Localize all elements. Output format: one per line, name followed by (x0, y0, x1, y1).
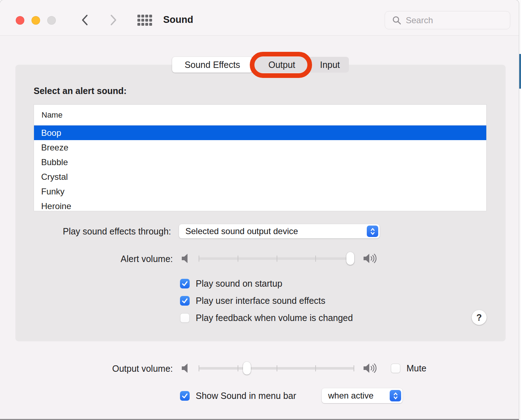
slider-tick (199, 365, 199, 371)
volume-low-icon (181, 363, 193, 374)
checkbox-row-volume-feedback: Play feedback when volume is changed (180, 313, 353, 323)
table-row-funky[interactable]: Funky (34, 184, 486, 199)
search-placeholder: Search (406, 15, 433, 25)
output-volume-slider[interactable] (199, 367, 354, 370)
tab-bar: Sound Effects Output Input (172, 57, 349, 73)
alert-sound-heading: Select an alert sound: (34, 86, 127, 96)
search-field[interactable]: Search (385, 11, 510, 29)
tab-sound-effects[interactable]: Sound Effects (172, 57, 253, 73)
slider-tick (277, 256, 277, 262)
output-volume-label: Output volume: (112, 364, 173, 374)
table-row-boop[interactable]: Boop (34, 125, 486, 140)
slider-tick (354, 365, 354, 371)
checkmark-icon (181, 297, 189, 305)
search-icon (392, 16, 401, 25)
checkmark-icon (181, 392, 189, 400)
screen: Sound Search Sound Effects Output Input … (0, 0, 521, 420)
window-title: Sound (163, 14, 193, 25)
help-button[interactable]: ? (472, 310, 487, 325)
table-row-bubble[interactable]: Bubble (34, 155, 486, 169)
volume-low-icon (181, 253, 193, 264)
stepper-icon (390, 390, 401, 401)
close-button[interactable] (16, 16, 24, 25)
play-through-value: Selected sound output device (185, 226, 298, 236)
forward-button (109, 14, 118, 26)
background-window-edge (519, 54, 521, 89)
titlebar: Sound Search (0, 0, 519, 36)
play-sound-on-startup-checkbox[interactable] (180, 279, 190, 288)
minimize-button[interactable] (31, 16, 40, 25)
alert-volume-label: Alert volume: (121, 254, 173, 264)
volume-high-icon (362, 253, 379, 264)
slider-tick (238, 365, 238, 371)
chevron-left-icon (81, 14, 89, 26)
slider-tick (315, 256, 316, 262)
slider-tick (315, 365, 316, 371)
back-button[interactable] (80, 14, 89, 26)
table-row-crystal[interactable]: Crystal (34, 169, 486, 184)
mute-row: Mute (391, 363, 427, 374)
tab-input[interactable]: Input (311, 57, 349, 73)
stepper-icon (367, 226, 378, 237)
checkmark-icon (181, 280, 189, 287)
chevron-right-icon (109, 14, 117, 26)
tab-output[interactable]: Output (253, 57, 311, 73)
checkbox-row-startup: Play sound on startup (180, 278, 282, 289)
column-header-name[interactable]: Name (34, 105, 486, 125)
show-sound-menu-bar-checkbox[interactable] (180, 391, 190, 401)
grid-icon (137, 15, 152, 26)
slider-tick (199, 256, 199, 262)
alert-volume-slider[interactable] (199, 257, 354, 260)
table-row-heroine[interactable]: Heroine (34, 199, 486, 211)
checkbox-row-ui-sounds: Play user interface sound effects (180, 296, 325, 306)
show-sound-menu-bar-label: Show Sound in menu bar (196, 391, 296, 401)
play-through-label: Play sound effects through: (63, 226, 171, 237)
show-all-preferences-button[interactable] (137, 15, 152, 26)
output-volume-thumb[interactable] (243, 362, 251, 375)
menu-bar-row: Show Sound in menu bar (180, 391, 296, 401)
menu-bar-visibility-dropdown[interactable]: when active (322, 388, 403, 403)
checkbox-label: Play user interface sound effects (196, 296, 325, 306)
volume-high-icon (362, 363, 379, 374)
menu-bar-visibility-value: when active (328, 391, 374, 401)
checkbox-label: Play sound on startup (196, 278, 282, 289)
play-through-dropdown[interactable]: Selected sound output device (179, 224, 380, 238)
alert-volume-thumb[interactable] (346, 252, 354, 265)
play-ui-sound-effects-checkbox[interactable] (180, 296, 190, 306)
table-row-breeze[interactable]: Breeze (34, 140, 486, 155)
zoom-button (47, 16, 56, 25)
slider-tick (277, 365, 277, 371)
mute-checkbox[interactable] (391, 364, 400, 373)
sound-preferences-window: Sound Search Sound Effects Output Input … (0, 0, 519, 420)
play-feedback-volume-checkbox[interactable] (180, 313, 190, 323)
mute-label: Mute (406, 363, 427, 374)
checkbox-label: Play feedback when volume is changed (196, 313, 353, 323)
slider-tick (238, 256, 238, 262)
alert-sounds-table: Name Boop Breeze Bubble Crystal Funky He… (34, 104, 487, 211)
